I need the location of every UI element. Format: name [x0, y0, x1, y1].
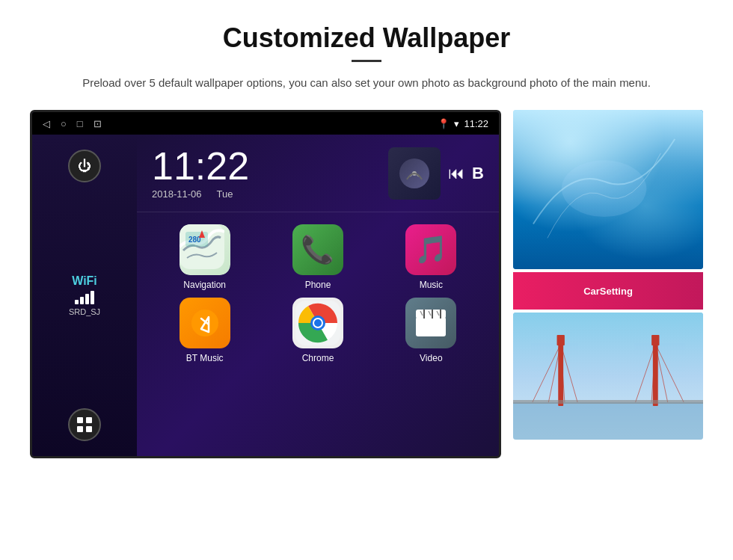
apps-grid-button[interactable] [68, 408, 101, 441]
phone-emoji: 📞 [301, 234, 334, 265]
bt-icon-box [180, 298, 230, 348]
status-bar-right: 📍 ▾ 11:22 [438, 118, 488, 129]
wallpaper-thumb-bridge[interactable] [513, 313, 703, 440]
app-phone[interactable]: 📞 Phone [265, 224, 370, 290]
svg-rect-34 [557, 335, 565, 345]
svg-rect-0 [77, 417, 83, 423]
svg-rect-1 [86, 417, 92, 423]
back-nav-icon[interactable]: ◁ [43, 118, 50, 129]
wifi-label: WiFi [69, 274, 100, 288]
nav-icon-box: 280 [180, 224, 230, 275]
chrome-icon-box [292, 298, 343, 348]
wallpaper-thumb-ice[interactable] [513, 110, 703, 269]
wifi-bar-3 [85, 294, 89, 304]
wifi-info: WiFi SRD_SJ [69, 274, 100, 316]
wifi-bar-4 [91, 291, 94, 304]
video-svg [414, 308, 447, 338]
center-content: 11:22 2018-11-06 Tue [137, 135, 499, 456]
clock-area: 11:22 2018-11-06 Tue [137, 135, 499, 212]
wifi-bar-1 [75, 300, 79, 304]
status-time: 11:22 [464, 118, 488, 129]
page-subtitle: Preload over 5 default wallpaper options… [30, 74, 703, 92]
music-icon-box: 🎵 [405, 224, 456, 275]
wallpaper-column: CarSetting [513, 110, 703, 440]
svg-rect-35 [651, 335, 659, 345]
svg-rect-2 [77, 426, 83, 432]
wifi-media-icon[interactable] [388, 147, 441, 200]
bridge-svg [513, 313, 703, 440]
screenshot-icon[interactable]: ⊡ [93, 118, 102, 129]
nav-label: Navigation [183, 280, 226, 290]
status-bar: ◁ ○ □ ⊡ 📍 ▾ 11:22 [32, 112, 499, 135]
map-svg: 280 [180, 224, 224, 269]
home-nav-icon[interactable]: ○ [61, 118, 67, 129]
app-bt-music[interactable]: BT Music [152, 298, 257, 363]
app-chrome[interactable]: Chrome [265, 298, 370, 363]
media-icons: ⏮ B [388, 147, 484, 200]
prev-track-icon[interactable]: ⏮ [448, 164, 464, 183]
recents-nav-icon[interactable]: □ [77, 118, 83, 129]
clock-block: 11:22 2018-11-06 Tue [152, 147, 249, 200]
power-button[interactable]: ⏻ [68, 150, 101, 182]
music-label: Music [420, 280, 443, 290]
content-area: ◁ ○ □ ⊡ 📍 ▾ 11:22 ⏻ [30, 110, 703, 458]
app-navigation[interactable]: 280 Navigation [152, 224, 257, 290]
svg-rect-15 [416, 317, 446, 336]
apps-grid: 280 Navigation 📞 [137, 212, 499, 375]
phone-icon-box: 📞 [292, 224, 343, 275]
chrome-label: Chrome [302, 353, 334, 363]
video-label: Video [420, 353, 442, 363]
video-icon-box [405, 298, 456, 348]
wifi-ssid: SRD_SJ [69, 307, 100, 316]
map-background: 280 [180, 224, 230, 275]
bluetooth-svg [190, 308, 220, 338]
svg-point-20 [562, 160, 647, 217]
svg-point-14 [314, 319, 322, 327]
wifi-broadcast-icon [399, 159, 429, 188]
bluetooth-icon[interactable]: B [472, 164, 484, 183]
clock-time: 11:22 [152, 147, 249, 185]
bt-music-label: BT Music [186, 353, 224, 363]
clock-date-value: 2018-11-06 [152, 188, 202, 200]
chrome-svg [295, 301, 340, 345]
sidebar: ⏻ WiFi SRD_SJ [32, 135, 137, 456]
grid-icon [76, 416, 93, 433]
page-wrapper: Customized Wallpaper Preload over 5 defa… [0, 0, 733, 473]
clock-day-value: Tue [217, 188, 233, 200]
android-screen: ◁ ○ □ ⊡ 📍 ▾ 11:22 ⏻ [30, 110, 501, 458]
phone-label: Phone [305, 280, 331, 290]
title-divider [352, 60, 381, 62]
car-setting-bar[interactable]: CarSetting [513, 272, 703, 310]
wifi-bars [69, 291, 100, 304]
wifi-bar-2 [80, 297, 84, 304]
wifi-signal-icon: ▾ [454, 118, 459, 129]
app-video[interactable]: Video [378, 298, 484, 363]
power-icon: ⏻ [78, 159, 91, 174]
main-area: ⏻ WiFi SRD_SJ [32, 135, 499, 456]
music-emoji: 🎵 [414, 234, 448, 265]
clock-date: 2018-11-06 Tue [152, 188, 249, 200]
status-bar-left: ◁ ○ □ ⊡ [43, 118, 102, 129]
svg-rect-33 [513, 400, 703, 404]
svg-rect-22 [513, 402, 703, 440]
page-title: Customized Wallpaper [30, 22, 703, 54]
location-icon: 📍 [438, 118, 450, 129]
car-setting-label: CarSetting [583, 286, 633, 297]
ice-svg [528, 125, 680, 252]
app-music[interactable]: 🎵 Music [378, 224, 484, 290]
svg-rect-3 [86, 426, 92, 432]
